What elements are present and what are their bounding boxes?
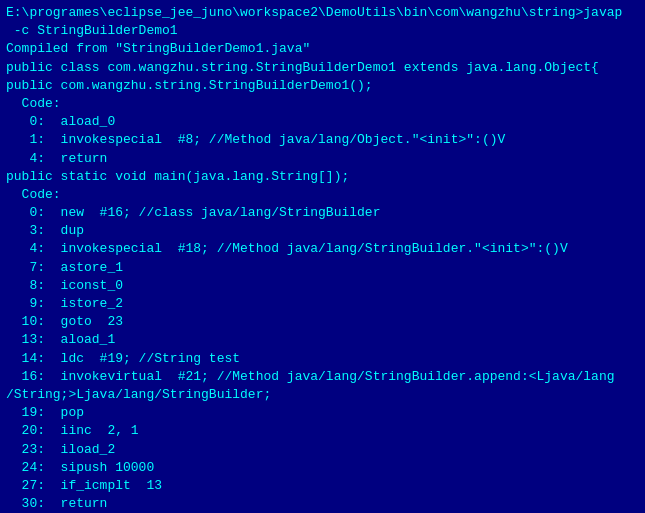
terminal-line: 14: ldc #19; //String test: [6, 350, 639, 368]
terminal-window: E:\programes\eclipse_jee_juno\workspace2…: [0, 0, 645, 513]
terminal-line: public static void main(java.lang.String…: [6, 168, 639, 186]
terminal-line: -c StringBuilderDemo1: [6, 22, 639, 40]
terminal-line: Code:: [6, 186, 639, 204]
terminal-line: 13: aload_1: [6, 331, 639, 349]
terminal-line: 27: if_icmplt 13: [6, 477, 639, 495]
terminal-line: 4: return: [6, 150, 639, 168]
terminal-line: 1: invokespecial #8; //Method java/lang/…: [6, 131, 639, 149]
terminal-line: 0: new #16; //class java/lang/StringBuil…: [6, 204, 639, 222]
terminal-line: E:\programes\eclipse_jee_juno\workspace2…: [6, 4, 639, 22]
terminal-line: 19: pop: [6, 404, 639, 422]
terminal-line: Compiled from "StringBuilderDemo1.java": [6, 40, 639, 58]
terminal-line: 30: return: [6, 495, 639, 513]
terminal-line: public class com.wangzhu.string.StringBu…: [6, 59, 639, 77]
terminal-line: 7: astore_1: [6, 259, 639, 277]
terminal-line: /String;>Ljava/lang/StringBuilder;: [6, 386, 639, 404]
terminal-line: 24: sipush 10000: [6, 459, 639, 477]
terminal-line: 0: aload_0: [6, 113, 639, 131]
terminal-line: 10: goto 23: [6, 313, 639, 331]
terminal-line: 3: dup: [6, 222, 639, 240]
terminal-line: 9: istore_2: [6, 295, 639, 313]
terminal-line: 16: invokevirtual #21; //Method java/lan…: [6, 368, 639, 386]
terminal-line: 20: iinc 2, 1: [6, 422, 639, 440]
terminal-line: public com.wangzhu.string.StringBuilderD…: [6, 77, 639, 95]
terminal-line: 23: iload_2: [6, 441, 639, 459]
terminal-line: Code:: [6, 95, 639, 113]
terminal-line: 4: invokespecial #18; //Method java/lang…: [6, 240, 639, 258]
terminal-line: 8: iconst_0: [6, 277, 639, 295]
